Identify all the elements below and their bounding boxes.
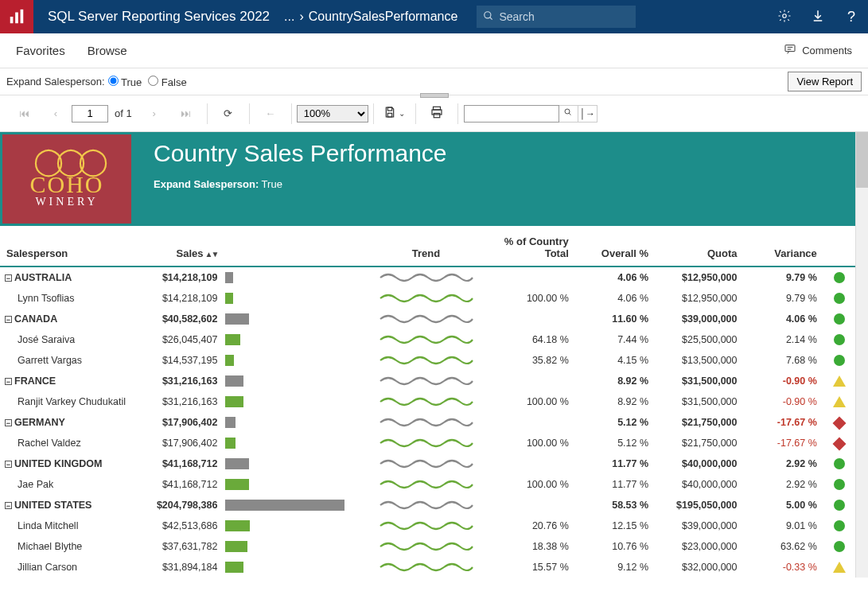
cell-bar [224,350,365,371]
find-next-button[interactable]: │→ [578,105,597,123]
cell-name: Garrett Vargas [0,350,142,371]
last-page-button[interactable]: ⏭ [170,98,202,130]
cell-overall: 7.44 % [575,329,655,350]
cell-bar [224,536,365,557]
tab-favorites[interactable]: Favorites [16,44,65,57]
cell-quota: $12,950,000 [655,288,743,309]
comments-button[interactable]: Comments [783,43,852,58]
radio-false[interactable]: False [148,76,186,88]
cell-trend [366,391,487,412]
cell-quota: $31,500,000 [655,391,743,412]
cell-sales: $41,168,712 [142,474,224,495]
kpi-indicator-icon [832,437,846,450]
logo-rings-icon: ◯◯◯ [33,150,100,173]
expand-toggle[interactable]: − [5,274,12,282]
cell-name: −UNITED KINGDOM [0,453,142,474]
app-title[interactable]: SQL Server Reporting Services 2022 [33,9,284,25]
table-row: −CANADA$40,582,60211.60 %$39,000,0004.06… [0,309,855,329]
col-overall[interactable]: Overall % [575,231,655,266]
page-number-input[interactable] [72,105,108,123]
chevron-down-icon: ⌄ [399,109,405,118]
expand-toggle[interactable]: − [5,502,12,509]
first-page-button[interactable]: ⏮ [8,98,40,130]
cell-sales: $14,537,195 [142,350,224,371]
coho-logo: ◯◯◯ COHO WINERY [2,134,131,224]
cell-sales: $17,906,402 [142,433,224,453]
vertical-scrollbar[interactable] [855,132,868,578]
col-bar [224,231,365,266]
col-salesperson[interactable]: Salesperson [0,231,142,266]
expand-toggle[interactable]: − [5,316,12,323]
help-button[interactable]: ? [835,0,868,33]
tab-browse[interactable]: Browse [88,44,127,57]
col-quota[interactable]: Quota [655,231,743,266]
cell-indicator [823,329,855,350]
kpi-indicator-icon [834,334,845,345]
table-row: −UNITED STATES$204,798,38658.53 %$195,05… [0,495,855,515]
splitter-grip[interactable] [420,93,449,98]
table-row: −FRANCE$31,216,1638.92 %$31,500,000-0.90… [0,371,855,391]
view-report-button[interactable]: View Report [788,72,862,91]
find-button[interactable] [559,105,578,123]
prev-page-button[interactable]: ‹ [40,98,72,130]
cell-name: Michael Blythe [0,536,142,557]
kpi-indicator-icon [834,479,845,490]
breadcrumb-report[interactable]: CountrySalesPerformance [309,10,458,24]
cell-pct-country: 20.76 % [486,515,574,536]
col-sales[interactable]: Sales▲▼ [142,231,224,266]
cell-pct-country [486,495,574,515]
col-variance[interactable]: Variance [744,231,823,266]
kpi-indicator-icon [834,520,845,531]
expand-toggle[interactable]: − [5,378,12,385]
scrollbar-thumb[interactable] [856,132,868,188]
cell-overall: 4.06 % [575,288,655,309]
app-logo[interactable] [0,0,33,33]
cell-overall: 11.77 % [575,474,655,495]
expand-toggle[interactable]: − [5,461,12,468]
cell-trend [366,329,487,350]
save-button[interactable]: ⌄ [379,98,411,130]
cell-indicator [823,495,855,515]
table-row: José Saraiva$26,045,40764.18 %7.44 %$25,… [0,329,855,350]
col-pct-country[interactable]: % of Country Total [486,231,574,266]
radio-true[interactable]: True [108,76,142,88]
download-button[interactable] [801,0,835,33]
breadcrumb-ellipsis[interactable]: ... [284,10,294,24]
refresh-button[interactable]: ⟳ [212,98,244,130]
cell-bar [224,288,365,309]
zoom-select[interactable]: 100% [297,105,368,123]
col-trend[interactable]: Trend [366,231,487,266]
cell-pct-country: 18.38 % [486,536,574,557]
last-page-icon: ⏭ [181,107,191,119]
cell-overall: 5.12 % [575,412,655,433]
cell-quota: $23,000,000 [655,536,743,557]
cell-pct-country: 35.82 % [486,350,574,371]
cell-sales: $40,582,602 [142,309,224,329]
cell-pct-country: 15.57 % [486,557,574,578]
cell-indicator [823,371,855,391]
back-button[interactable]: ← [255,98,286,130]
kpi-indicator-icon [834,541,845,552]
back-arrow-icon: ← [265,107,275,119]
report-header: ◯◯◯ COHO WINERY Country Sales Performanc… [0,132,855,226]
cell-sales: $14,218,109 [142,266,224,288]
print-button[interactable] [421,98,453,130]
next-page-button[interactable]: › [138,98,170,130]
expand-toggle[interactable]: − [5,419,12,426]
cell-overall: 10.76 % [575,536,655,557]
cell-pct-country [486,371,574,391]
kpi-indicator-icon [832,416,846,430]
save-icon [383,106,396,121]
cell-name: −CANADA [0,309,142,329]
cell-overall: 11.60 % [575,309,655,329]
kpi-indicator-icon [833,562,846,573]
parameter-bar: Expand Salesperson: True False View Repo… [0,68,868,95]
table-row: Lynn Tsoflias$14,218,109100.00 %4.06 %$1… [0,288,855,309]
find-input[interactable] [464,105,559,123]
search-input[interactable]: Search [477,6,636,28]
cell-overall: 8.92 % [575,371,655,391]
cell-name: Ranjit Varkey Chudukatil [0,391,142,412]
cell-pct-country: 100.00 % [486,288,574,309]
settings-button[interactable] [768,0,801,33]
cell-sales: $31,216,163 [142,391,224,412]
